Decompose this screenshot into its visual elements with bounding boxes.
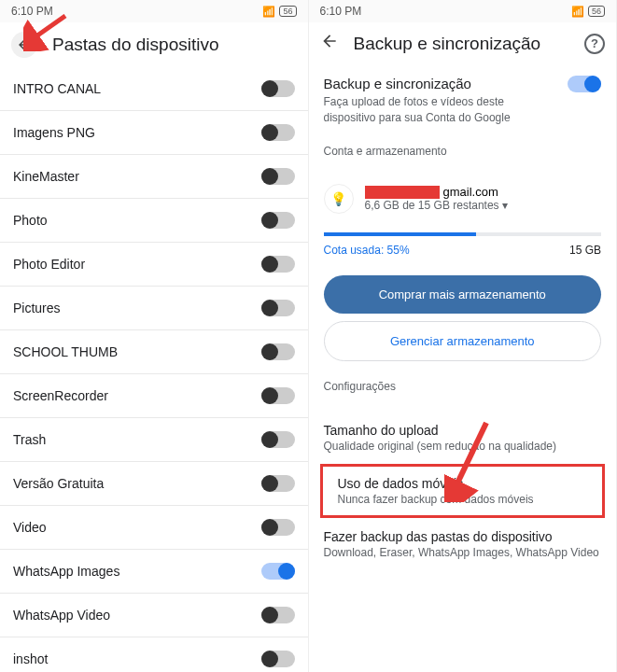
- folder-item[interactable]: Pictures: [0, 287, 308, 330]
- folder-item[interactable]: WhatsApp Images: [0, 550, 308, 594]
- folder-label: Versão Gratuita: [13, 476, 104, 491]
- setting-desc: Download, Eraser, WhatsApp Images, Whats…: [324, 546, 602, 559]
- folder-toggle[interactable]: [261, 300, 295, 316]
- folder-item[interactable]: KineMaster: [0, 155, 308, 199]
- avatar: 💡: [324, 184, 354, 214]
- setting-title: Fazer backup das pastas do dispositivo: [324, 529, 602, 544]
- storage-progress: [324, 232, 602, 236]
- folder-item[interactable]: WhatsApp Video: [0, 594, 308, 637]
- svg-line-3: [454, 423, 486, 491]
- backup-desc: Faça upload de fotos e vídeos deste disp…: [324, 94, 557, 126]
- folder-list: INTRO CANALImagens PNGKineMasterPhotoPho…: [0, 67, 308, 672]
- folder-label: Pictures: [13, 301, 61, 315]
- folder-toggle[interactable]: [261, 80, 295, 97]
- chevron-down-icon: ▾: [502, 199, 508, 212]
- folder-label: ScreenRecorder: [13, 388, 108, 403]
- annotation-arrow-back: [23, 14, 70, 51]
- status-time: 6:10 PM: [320, 5, 362, 18]
- folder-item[interactable]: Imagens PNG: [0, 111, 308, 155]
- quota-total: 15 GB: [569, 244, 601, 257]
- quota-used: Cota usada: 55%: [324, 244, 410, 257]
- folder-label: inshot: [13, 651, 48, 666]
- setting-backup-folders[interactable]: Fazer backup das pastas do dispositivo D…: [309, 518, 617, 570]
- status-icons: 📶 56: [262, 6, 296, 18]
- folder-toggle[interactable]: [261, 124, 295, 141]
- folder-label: Photo Editor: [13, 257, 85, 272]
- account-heading: Conta e armazenamento: [324, 145, 602, 158]
- folder-label: WhatsApp Images: [13, 564, 119, 579]
- signal-icon: 📶: [262, 6, 275, 18]
- annotation-arrow-mobile-data: [444, 418, 491, 502]
- help-icon[interactable]: ?: [584, 34, 605, 54]
- folder-toggle[interactable]: [261, 651, 295, 667]
- folder-label: KineMaster: [13, 169, 79, 184]
- backup-title: Backup e sincronização: [324, 76, 557, 91]
- battery-icon: 56: [279, 6, 296, 17]
- folder-item[interactable]: Photo Editor: [0, 243, 308, 287]
- account-row[interactable]: 💡 gmail.com 6,6 GB de 15 GB restantes ▾: [309, 176, 617, 221]
- storage-line: 6,6 GB de 15 GB restantes ▾: [365, 199, 602, 212]
- folder-item[interactable]: Trash: [0, 418, 308, 462]
- back-button[interactable]: [320, 32, 339, 55]
- status-icons: 📶 56: [571, 6, 605, 18]
- buy-storage-button[interactable]: Comprar mais armazenamento: [324, 275, 602, 314]
- folder-toggle[interactable]: [261, 431, 295, 448]
- header: Backup e sincronização ?: [309, 22, 617, 64]
- redacted-email: [365, 186, 440, 199]
- folder-toggle[interactable]: [261, 256, 295, 273]
- folder-toggle[interactable]: [261, 475, 295, 492]
- folder-label: Video: [13, 520, 47, 535]
- quota-row: Cota usada: 55% 15 GB: [309, 240, 617, 268]
- status-bar: 6:10 PM 📶 56: [309, 0, 617, 22]
- folder-item[interactable]: INTRO CANAL: [0, 67, 308, 111]
- folder-item[interactable]: Photo: [0, 199, 308, 243]
- folder-item[interactable]: SCHOOL THUMB: [0, 330, 308, 374]
- folder-toggle[interactable]: [261, 563, 295, 580]
- folder-label: WhatsApp Video: [13, 608, 110, 623]
- page-title: Pastas do dispositivo: [52, 35, 219, 55]
- battery-icon: 56: [588, 6, 605, 17]
- folder-label: INTRO CANAL: [13, 81, 101, 96]
- folder-item[interactable]: Versão Gratuita: [0, 462, 308, 506]
- backup-toggle-row: Backup e sincronização Faça upload de fo…: [309, 64, 617, 133]
- folder-label: Trash: [13, 432, 46, 447]
- backup-toggle[interactable]: [568, 76, 601, 92]
- page-title: Backup e sincronização: [354, 34, 541, 54]
- folder-item[interactable]: inshot: [0, 637, 308, 672]
- folder-toggle[interactable]: [261, 387, 295, 404]
- svg-line-1: [31, 16, 65, 40]
- signal-icon: 📶: [571, 6, 584, 18]
- config-section: Configurações: [309, 369, 617, 412]
- folder-toggle[interactable]: [261, 343, 295, 360]
- account-section: Conta e armazenamento: [309, 133, 617, 176]
- config-heading: Configurações: [324, 380, 602, 393]
- manage-storage-button[interactable]: Gerenciar armazenamento: [324, 321, 602, 361]
- screen-backup-sync: 6:10 PM 📶 56 Backup e sincronização ? Ba…: [309, 0, 618, 672]
- folder-label: Photo: [13, 213, 48, 228]
- email-line: gmail.com: [365, 185, 602, 199]
- storage-progress-fill: [324, 232, 477, 236]
- folder-label: SCHOOL THUMB: [13, 344, 118, 359]
- folder-toggle[interactable]: [261, 519, 295, 536]
- folder-item[interactable]: Video: [0, 506, 308, 550]
- folder-toggle[interactable]: [261, 607, 295, 623]
- arrow-left-icon: [320, 32, 339, 50]
- folder-label: Imagens PNG: [13, 125, 95, 140]
- folder-toggle[interactable]: [261, 212, 295, 229]
- folder-toggle[interactable]: [261, 168, 295, 185]
- folder-item[interactable]: ScreenRecorder: [0, 374, 308, 418]
- email-suffix: gmail.com: [443, 185, 498, 199]
- screen-device-folders: 6:10 PM 📶 56 Pastas do dispositivo INTRO…: [0, 0, 309, 672]
